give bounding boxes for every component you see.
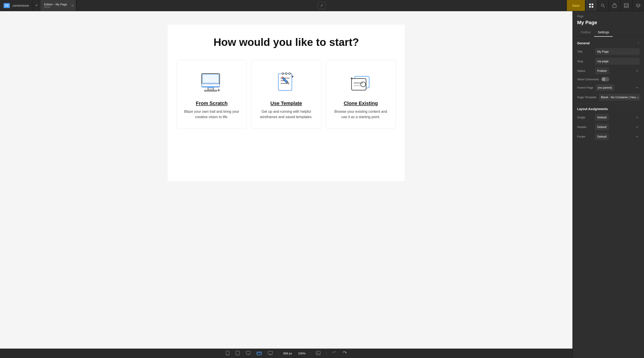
terminal-icon[interactable]: [314, 351, 322, 356]
svg-rect-3: [592, 6, 593, 8]
separator3: [326, 351, 326, 356]
page-template-field-row: Page Template Blank - No Container | Hea…: [577, 94, 640, 101]
top-center: ⤢: [76, 2, 567, 9]
slug-input[interactable]: [595, 58, 640, 65]
svg-line-5: [604, 6, 605, 7]
footer-field-row: Footer Default ▾: [577, 133, 640, 140]
add-tab-button[interactable]: +: [33, 0, 41, 11]
status-label: Status: [577, 69, 593, 73]
footer-label: Footer: [577, 135, 593, 138]
svg-point-4: [601, 4, 604, 6]
divider: [577, 104, 640, 104]
single-select[interactable]: Default: [595, 114, 609, 121]
chevron-down-icon: ▾: [636, 135, 638, 138]
footer-select[interactable]: Default: [595, 133, 609, 140]
separator: [278, 351, 279, 356]
parent-page-select-wrap: (no parent) ▾: [596, 84, 640, 91]
single-label: Single: [577, 116, 593, 119]
chevron-down-icon: ▾: [636, 116, 638, 119]
from-scratch-desc: Blaze your own trail and bring your crea…: [184, 109, 240, 120]
canvas-inner: How would you like to start?: [168, 25, 405, 181]
svg-rect-53: [316, 351, 320, 355]
chevron-down-icon: ▾: [636, 69, 638, 73]
option-cards: From Scratch Blaze your own trail and br…: [177, 60, 396, 129]
tab-settings[interactable]: Settings: [594, 28, 613, 37]
redo-button[interactable]: [341, 351, 348, 356]
right-nav-icons: [585, 0, 644, 11]
expand-icon[interactable]: ↗: [637, 41, 640, 45]
canvas-content: How would you like to start?: [0, 11, 572, 348]
toggle-wrap: [601, 77, 609, 82]
search-icon[interactable]: [597, 0, 608, 11]
svg-point-44: [238, 354, 238, 355]
chevron-down-icon: ▾: [636, 86, 638, 89]
sidebar-page-title: My Page: [573, 19, 644, 28]
page-template-select[interactable]: Blank - No Container | Hea...: [599, 94, 640, 101]
footer-select-wrap: Default ▾: [595, 133, 640, 140]
page-template-label: Page Template: [577, 96, 596, 99]
use-template-card[interactable]: Use Template Get up and running with hel…: [251, 60, 321, 129]
main-layout: How would you like to start?: [0, 11, 644, 358]
logo-area: CS cornerstone: [0, 0, 33, 11]
preview-button[interactable]: ⤢: [318, 2, 326, 9]
allow-comments-label: Allow Comments: [577, 78, 599, 81]
svg-marker-10: [636, 4, 640, 6]
use-template-title: Use Template: [270, 101, 302, 106]
close-tab-button[interactable]: ✕: [71, 4, 74, 8]
grid-icon[interactable]: [585, 0, 597, 11]
logo-icon: CS: [4, 3, 10, 8]
clone-existing-desc: Browse your existing content and use it …: [333, 109, 389, 120]
parent-page-label: Parent Page: [577, 86, 593, 89]
svg-point-24: [285, 73, 287, 75]
allow-comments-toggle[interactable]: [601, 77, 609, 82]
tab-outline[interactable]: Outline: [577, 28, 594, 37]
svg-rect-13: [208, 88, 213, 90]
clone-existing-icon: [348, 69, 373, 96]
sidebar-section-label: Page: [573, 11, 644, 19]
parent-page-field-row: Parent Page (no parent) ▾: [577, 84, 640, 91]
small-desktop-icon[interactable]: [245, 351, 252, 356]
current-tab[interactable]: Edited – My Page PAGE ✕: [40, 0, 76, 11]
parent-page-select[interactable]: (no parent): [596, 84, 614, 91]
tablet-icon[interactable]: [234, 351, 241, 356]
general-section-title: General: [577, 41, 590, 45]
toggle-knob: [602, 77, 605, 81]
mobile-icon[interactable]: [224, 351, 231, 356]
responsive-icon[interactable]: [255, 351, 263, 356]
from-scratch-card[interactable]: From Scratch Blaze your own trail and br…: [177, 60, 247, 129]
title-input[interactable]: [595, 48, 640, 55]
layout-assignments-title: Layout Assignments: [577, 107, 640, 111]
desktop-icon[interactable]: [266, 351, 274, 356]
separator2: [310, 351, 310, 356]
clone-existing-card[interactable]: Clone Existing Browse your existing cont…: [326, 60, 396, 129]
blocks-icon[interactable]: [608, 0, 620, 11]
header-field-row: Header Default ▾: [577, 124, 640, 130]
general-section-header: General ↗: [577, 41, 640, 45]
tab-title: Edited – My Page: [44, 3, 72, 6]
svg-rect-1: [592, 4, 593, 5]
header-select-wrap: Default ▾: [595, 124, 640, 130]
title-field-row: Title: [577, 48, 640, 55]
svg-rect-22: [278, 74, 292, 90]
svg-rect-45: [246, 351, 250, 354]
svg-rect-6: [613, 5, 616, 8]
undo-button[interactable]: [331, 351, 338, 356]
header-label: Header: [577, 125, 593, 129]
canvas-area: How would you like to start?: [0, 11, 572, 358]
svg-rect-48: [257, 352, 262, 355]
status-select[interactable]: Publish Draft Private: [595, 67, 609, 74]
header-select[interactable]: Default: [595, 124, 609, 130]
top-bar: CS cornerstone + Edited – My Page PAGE ✕…: [0, 0, 644, 11]
zoom-level: 100%: [296, 352, 306, 355]
svg-point-23: [282, 73, 284, 75]
tab-area: Edited – My Page PAGE ✕: [40, 0, 76, 11]
chevron-down-icon: ▾: [636, 126, 638, 129]
layout-icon[interactable]: [620, 0, 632, 11]
save-button[interactable]: Save: [567, 0, 585, 11]
layers-icon[interactable]: [632, 0, 644, 11]
slug-field-row: Slug: [577, 58, 640, 65]
use-template-icon: [275, 69, 298, 96]
logo-name: cornerstone: [12, 4, 29, 8]
layout-assignments-section: Layout Assignments Single Default ▾ Head…: [577, 107, 640, 140]
status-select-wrap: Publish Draft Private ▾: [595, 67, 640, 74]
